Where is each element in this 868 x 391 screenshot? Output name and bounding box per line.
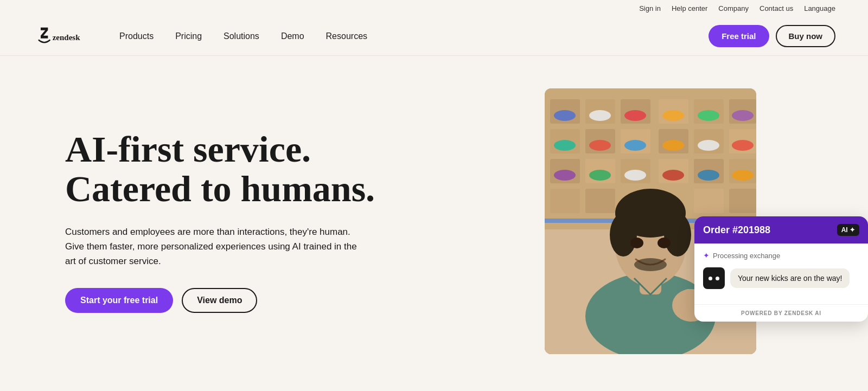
processing-icon: ✦ [703, 251, 710, 260]
svg-point-36 [662, 170, 684, 181]
nav-resources[interactable]: Resources [326, 31, 367, 41]
buy-now-button[interactable]: Buy now [776, 25, 836, 47]
processing-line: ✦ Processing exchange [703, 251, 859, 260]
help-center-link[interactable]: Help center [672, 4, 707, 12]
nav-demo[interactable]: Demo [281, 31, 304, 41]
svg-point-35 [624, 170, 646, 181]
logo[interactable]: zendesk [33, 23, 87, 50]
order-number: Order #201988 [703, 225, 770, 236]
bot-eye-right [716, 277, 719, 280]
chat-card-body: ✦ Processing exchange Your new kicks are… [694, 243, 868, 304]
svg-rect-40 [585, 189, 615, 213]
svg-point-37 [698, 170, 719, 181]
hero-headline: AI-first service. Catered to humans. [65, 130, 444, 209]
processing-label: Processing exchange [713, 252, 780, 260]
free-trial-button[interactable]: Free trial [709, 25, 769, 47]
svg-point-13 [698, 110, 719, 121]
svg-point-49 [664, 213, 691, 257]
svg-point-48 [610, 213, 637, 257]
ai-badge-label: AI ✦ [841, 226, 855, 234]
svg-point-33 [554, 170, 576, 181]
ai-badge: AI ✦ [837, 224, 859, 236]
start-trial-button[interactable]: Start your free trial [65, 288, 173, 313]
svg-rect-42 [729, 189, 756, 213]
navbar: zendesk Products Pricing Solutions Demo … [0, 17, 868, 56]
view-demo-button[interactable]: View demo [182, 288, 257, 313]
chat-card: Order #201988 AI ✦ ✦ Processing exchange [694, 216, 868, 322]
chat-message-row: Your new kicks are on the way! [703, 267, 859, 289]
svg-text:zendesk: zendesk [53, 33, 80, 42]
svg-point-14 [732, 110, 754, 121]
svg-point-9 [554, 110, 576, 121]
svg-point-22 [589, 140, 611, 151]
sign-in-link[interactable]: Sign in [639, 4, 661, 12]
svg-rect-39 [550, 189, 580, 213]
svg-point-26 [732, 140, 754, 151]
svg-rect-41 [694, 189, 724, 213]
bot-eyes [709, 277, 719, 280]
nav-pricing[interactable]: Pricing [175, 31, 202, 41]
hero-section: AI-first service. Catered to humans. Cus… [0, 56, 868, 387]
language-link[interactable]: Language [804, 4, 835, 12]
svg-point-52 [634, 258, 667, 271]
hero-buttons: Start your free trial View demo [65, 288, 444, 313]
svg-point-11 [624, 110, 646, 121]
svg-point-50 [630, 238, 643, 248]
hero-content-right: Order #201988 AI ✦ ✦ Processing exchange [465, 88, 835, 354]
svg-point-51 [658, 238, 671, 248]
chat-card-footer: POWERED BY ZENDESK AI [694, 304, 868, 322]
svg-point-21 [554, 140, 576, 151]
chat-bubble: Your new kicks are on the way! [730, 268, 850, 288]
nav-solutions[interactable]: Solutions [224, 31, 259, 41]
svg-point-25 [698, 140, 719, 151]
hero-content-left: AI-first service. Catered to humans. Cus… [65, 130, 465, 313]
nav-actions: Free trial Buy now [709, 25, 835, 47]
contact-us-link[interactable]: Contact us [760, 4, 793, 12]
svg-point-10 [589, 110, 611, 121]
svg-rect-54 [683, 289, 693, 308]
svg-point-23 [624, 140, 646, 151]
bot-eye-left [709, 277, 712, 280]
utility-bar: Sign in Help center Company Contact us L… [0, 0, 868, 17]
hero-subtext: Customers and employees are more than in… [65, 225, 369, 269]
svg-point-12 [662, 110, 684, 121]
svg-point-24 [662, 140, 684, 151]
nav-products[interactable]: Products [119, 31, 154, 41]
svg-point-34 [589, 170, 611, 181]
bot-icon [703, 267, 725, 289]
nav-links: Products Pricing Solutions Demo Resource… [119, 31, 709, 41]
company-link[interactable]: Company [718, 4, 749, 12]
chat-card-header: Order #201988 AI ✦ [694, 216, 868, 243]
svg-point-38 [732, 170, 754, 181]
